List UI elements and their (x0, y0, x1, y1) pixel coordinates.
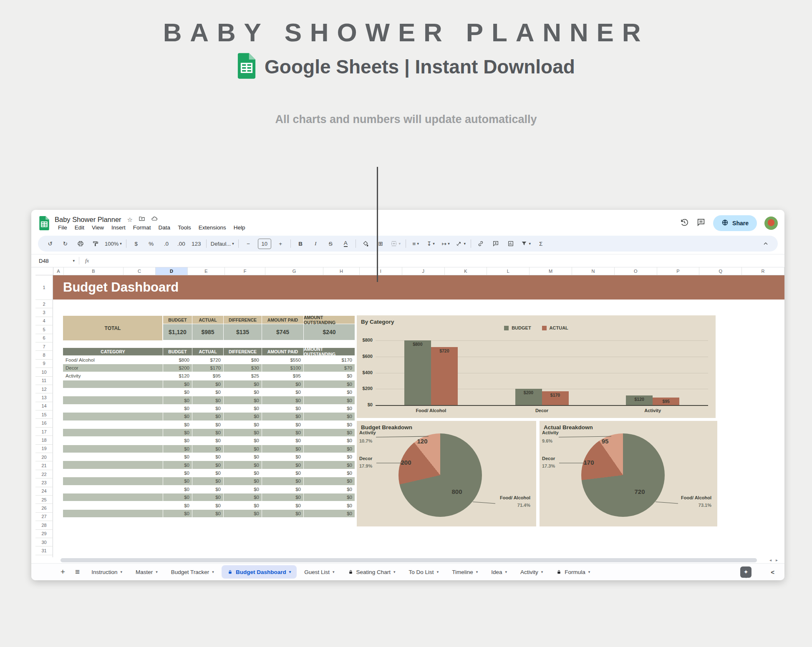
name-box[interactable]: D48 ▾ (39, 258, 79, 264)
column-header-P[interactable]: P (657, 267, 700, 275)
row-header-9[interactable]: 9 (35, 360, 53, 368)
scroll-right-icon[interactable]: ▸ (776, 558, 778, 562)
row-header-19[interactable]: 19 (35, 445, 53, 453)
table-cell[interactable]: $0 (262, 396, 304, 404)
bar-actual-decor[interactable]: $170 (542, 391, 569, 405)
column-header-J[interactable]: J (402, 267, 445, 275)
table-cell[interactable]: $0 (224, 437, 262, 445)
table-cell[interactable] (63, 493, 163, 501)
table-cell[interactable]: $30 (224, 364, 262, 372)
row-header-8[interactable]: 8 (35, 351, 53, 359)
font-button[interactable]: Defaul...▾ (209, 238, 236, 249)
insert-chart-button[interactable] (504, 238, 518, 249)
table-cell[interactable] (63, 421, 163, 429)
table-cell[interactable]: $0 (224, 469, 262, 477)
table-cell[interactable]: $0 (192, 453, 224, 461)
table-cell[interactable] (63, 396, 163, 404)
move-folder-icon[interactable] (139, 215, 145, 224)
column-header-G[interactable]: G (265, 267, 323, 275)
table-cell[interactable]: $0 (224, 486, 262, 493)
row-header-30[interactable]: 30 (35, 538, 53, 546)
table-cell[interactable]: $0 (262, 510, 304, 518)
total-value-cell[interactable]: $745 (262, 324, 304, 340)
total-label-cell[interactable]: TOTAL (63, 316, 163, 340)
menu-data[interactable]: Data (155, 224, 174, 231)
column-header-F[interactable]: F (225, 267, 265, 275)
column-header-R[interactable]: R (742, 267, 784, 275)
table-cell[interactable] (63, 461, 163, 469)
table-cell[interactable]: $100 (262, 364, 304, 372)
tab-seating-chart[interactable]: Seating Chart▾ (342, 565, 401, 579)
table-cell[interactable]: $0 (304, 405, 355, 413)
table-cell[interactable]: $0 (304, 429, 355, 437)
total-value-cell[interactable]: $240 (304, 324, 355, 340)
actual-pie-panel[interactable]: Actual BreakdownFood/ Alcohol73.1%720Dec… (540, 421, 717, 526)
row-header-29[interactable]: 29 (35, 530, 53, 538)
table-cell[interactable]: $80 (224, 356, 262, 364)
table-cell[interactable]: $0 (304, 421, 355, 429)
table-cell[interactable]: $0 (163, 421, 192, 429)
decrease-decimal-places-button[interactable]: .0 (159, 238, 174, 249)
bar-actual-food-alcohol[interactable]: $720 (431, 347, 458, 405)
table-cell[interactable]: $0 (163, 486, 192, 493)
row-header-12[interactable]: 12 (35, 385, 53, 393)
italic-button[interactable]: I (308, 238, 323, 249)
table-cell[interactable]: $0 (262, 501, 304, 509)
row-header-20[interactable]: 20 (35, 453, 53, 461)
tab-instruction[interactable]: Instruction▾ (86, 565, 128, 579)
fill-color-button[interactable] (358, 238, 373, 249)
comment-history-icon[interactable] (696, 218, 706, 229)
table-cell[interactable]: $170 (192, 364, 224, 372)
row-header-28[interactable]: 28 (35, 521, 53, 529)
total-value-cell[interactable]: $985 (192, 324, 224, 340)
column-header-O[interactable]: O (615, 267, 657, 275)
column-header-B[interactable]: B (64, 267, 124, 275)
bar-budget-decor[interactable]: $200 (515, 389, 542, 405)
collapse-toolbar-button[interactable] (758, 238, 773, 249)
table-cell[interactable]: $0 (304, 461, 355, 469)
table-cell[interactable]: $0 (304, 437, 355, 445)
table-cell[interactable]: $0 (192, 461, 224, 469)
table-cell[interactable]: $0 (262, 437, 304, 445)
tab-idea[interactable]: Idea▾ (485, 565, 513, 579)
table-cell[interactable]: $0 (262, 486, 304, 493)
text-color-button[interactable]: A (338, 238, 353, 249)
vertical-align-button[interactable]: ↧▾ (424, 238, 438, 249)
table-cell[interactable]: $0 (304, 469, 355, 477)
table-cell[interactable] (63, 429, 163, 437)
print-button[interactable] (73, 238, 88, 249)
table-cell[interactable]: $70 (304, 364, 355, 372)
row-header-17[interactable]: 17 (35, 428, 53, 436)
user-avatar[interactable] (764, 217, 778, 230)
table-cell[interactable]: $0 (304, 453, 355, 461)
table-cell[interactable] (63, 501, 163, 509)
sheets-doc-icon[interactable] (39, 216, 50, 230)
table-cell[interactable]: $0 (192, 510, 224, 518)
table-cell[interactable]: $95 (262, 372, 304, 380)
table-cell[interactable]: $0 (163, 380, 192, 388)
table-cell[interactable] (63, 388, 163, 396)
table-cell[interactable]: $0 (304, 413, 355, 420)
row-header-15[interactable]: 15 (35, 410, 53, 419)
total-value-cell[interactable]: $1,120 (163, 324, 192, 340)
bar-chart-panel[interactable]: By CategoryBUDGETACTUAL$0$200$400$600$80… (357, 315, 716, 418)
row-header-16[interactable]: 16 (35, 419, 53, 427)
table-cell[interactable]: $0 (304, 477, 355, 485)
more-formats-button[interactable]: 123 (189, 238, 204, 249)
table-cell[interactable] (63, 486, 163, 493)
tab-activity[interactable]: Activity▾ (514, 565, 549, 579)
row-header-24[interactable]: 24 (35, 487, 53, 496)
table-cell[interactable] (63, 380, 163, 388)
column-header-E[interactable]: E (188, 267, 225, 275)
table-cell[interactable]: $0 (192, 388, 224, 396)
column-header-Q[interactable]: Q (699, 267, 742, 275)
table-cell[interactable]: $0 (224, 445, 262, 453)
table-cell[interactable]: $0 (262, 493, 304, 501)
table-cell[interactable]: $0 (192, 413, 224, 420)
text-rotation-button[interactable]: ▾ (454, 238, 468, 249)
format-percent-button[interactable]: % (144, 238, 159, 249)
table-cell[interactable]: $0 (192, 501, 224, 509)
table-cell[interactable]: $0 (192, 486, 224, 493)
table-cell[interactable]: $0 (192, 405, 224, 413)
format-currency-button[interactable]: $ (129, 238, 144, 249)
